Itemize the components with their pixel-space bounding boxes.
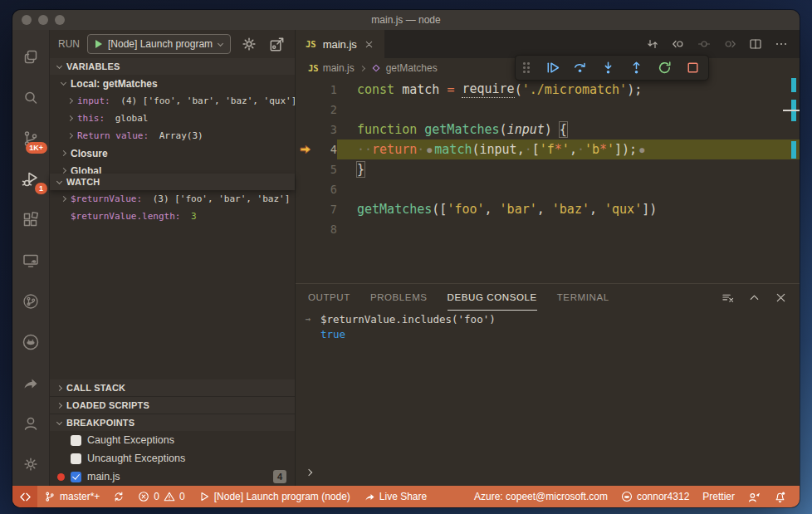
clear-console-icon[interactable] <box>722 291 734 304</box>
step-over-button[interactable] <box>572 60 588 76</box>
activity-source-control[interactable]: 1K+ <box>12 118 50 159</box>
activity-settings[interactable] <box>12 443 50 484</box>
start-debug-icon[interactable] <box>95 40 102 48</box>
step-out-button[interactable] <box>629 60 644 76</box>
chevron-right-icon[interactable] <box>61 196 66 202</box>
configure-launch-gear-icon[interactable] <box>240 35 258 53</box>
breakpoint-checkbox[interactable] <box>71 435 81 446</box>
breadcrumb-symbol[interactable]: getMatches <box>370 62 438 74</box>
tree-row[interactable]: $returnValue.length: 3 <box>50 208 295 225</box>
navigate-current-icon[interactable] <box>697 37 711 51</box>
code-line[interactable]: 8 <box>296 219 800 239</box>
status-problems[interactable]: 00 <box>131 486 191 507</box>
activity-live-share[interactable] <box>12 281 50 321</box>
tree-row[interactable]: input: (4) ['foo', 'bar', 'baz', 'qux'] <box>50 92 295 110</box>
close-tab-icon[interactable] <box>364 39 374 50</box>
activity-search[interactable] <box>12 77 50 118</box>
activity-extensions[interactable] <box>12 199 50 240</box>
code-line-content[interactable]: const match = require('./micromatch'); <box>337 80 800 100</box>
code-line[interactable]: 4··return·●match(input,·['f*',·'b*']);● <box>296 140 800 159</box>
overview-ruler[interactable] <box>790 78 800 283</box>
status-azure-account[interactable]: Azure: copeet@microsoft.com <box>467 486 614 507</box>
status-sync[interactable] <box>106 486 131 507</box>
code-line-content[interactable] <box>337 179 800 199</box>
navigate-back-icon[interactable] <box>672 37 685 51</box>
status-prettier[interactable]: Prettier <box>696 486 741 507</box>
launch-config-dropdown[interactable]: [Node] Launch program <box>87 34 231 54</box>
panel-tab-terminal[interactable]: TERMINAL <box>557 284 609 311</box>
code-line[interactable]: 6 <box>296 179 800 199</box>
split-editor-icon[interactable] <box>749 37 762 51</box>
activity-run-and-debug[interactable]: 1 <box>12 159 50 199</box>
remote-indicator[interactable] <box>12 486 37 507</box>
chevron-right-icon[interactable] <box>67 98 73 104</box>
status-feedback[interactable] <box>741 486 767 507</box>
activity-share[interactable] <box>12 362 50 403</box>
breakpoint-row[interactable]: main.js4 <box>50 467 295 486</box>
chevron-right-icon[interactable] <box>61 168 66 174</box>
console-row[interactable]: →$returnValue.includes('foo') <box>296 312 800 326</box>
call-stack-section-header[interactable]: CALL STACK <box>50 379 295 396</box>
code-editor[interactable]: 1const match = require('./micromatch');2… <box>296 78 800 283</box>
code-line[interactable]: 1const match = require('./micromatch'); <box>296 80 800 100</box>
breakpoints-section-header[interactable]: BREAKPOINTS <box>50 414 295 431</box>
code-line-content[interactable]: function getMatches(input) { <box>337 120 800 140</box>
chevron-right-icon[interactable] <box>67 133 73 139</box>
close-panel-icon[interactable] <box>775 291 787 304</box>
breakpoint-checkbox[interactable] <box>71 472 81 482</box>
code-line-content[interactable]: getMatches(['foo', 'bar', 'baz', 'qux']) <box>337 199 800 219</box>
debug-console-output[interactable]: →$returnValue.includes('foo')true <box>296 311 800 486</box>
status-live-share[interactable]: Live Share <box>357 486 433 507</box>
tree-row[interactable]: Closure <box>50 144 295 162</box>
chevron-right-icon[interactable] <box>61 150 66 156</box>
panel-tab-output[interactable]: OUTPUT <box>308 284 350 311</box>
tree-row[interactable]: this: global <box>50 110 295 127</box>
watch-section-header[interactable]: WATCH <box>50 174 295 190</box>
status-notifications[interactable] <box>767 486 793 507</box>
panel-tab-debug-console[interactable]: DEBUG CONSOLE <box>448 284 537 311</box>
scrollbar-position-marker[interactable] <box>783 110 800 111</box>
loaded-scripts-section-header[interactable]: LOADED SCRIPTS <box>50 397 295 414</box>
console-row[interactable]: true <box>296 327 800 340</box>
maximize-panel-icon[interactable] <box>748 291 761 304</box>
title-bar[interactable]: main.js — node <box>12 10 800 30</box>
open-debug-console-icon[interactable] <box>267 35 286 54</box>
activity-accounts[interactable] <box>12 403 50 443</box>
close-window-button[interactable] <box>22 15 32 25</box>
status-debug-launch[interactable]: [Node] Launch program (node) <box>192 486 357 507</box>
drag-handle[interactable] <box>523 62 530 73</box>
code-line-content[interactable] <box>337 100 800 120</box>
breakpoint-row[interactable]: Caught Exceptions <box>50 431 295 449</box>
zoom-window-button[interactable] <box>55 15 65 25</box>
open-changes-icon[interactable] <box>646 37 659 51</box>
continue-button[interactable] <box>544 60 560 76</box>
restart-button[interactable] <box>657 60 673 76</box>
code-line-content[interactable] <box>337 219 800 239</box>
panel-tab-problems[interactable]: PROBLEMS <box>370 284 428 311</box>
code-line[interactable]: 7getMatches(['foo', 'bar', 'baz', 'qux']… <box>296 199 800 219</box>
tree-row[interactable]: $returnValue: (3) ['foo', 'bar', 'baz'] <box>50 190 295 208</box>
minimize-window-button[interactable] <box>38 15 48 25</box>
step-into-button[interactable] <box>600 60 616 76</box>
current-frame-arrow-icon[interactable] <box>296 144 316 154</box>
activity-explorer[interactable] <box>12 37 50 77</box>
activity-github[interactable] <box>12 321 50 362</box>
code-line-content[interactable]: } <box>337 159 800 179</box>
status-github-account[interactable]: connor4312 <box>614 486 696 507</box>
chevron-right-icon[interactable] <box>67 115 73 121</box>
code-line-content[interactable]: ··return·●match(input,·['f*',·'b*']);● <box>337 140 800 159</box>
tree-row[interactable]: Global <box>50 162 295 174</box>
chevron-down-icon[interactable] <box>61 80 66 86</box>
more-actions-icon[interactable] <box>775 37 788 51</box>
code-line[interactable]: 3function getMatches(input) { <box>296 120 800 140</box>
breakpoint-checkbox[interactable] <box>71 453 81 464</box>
tree-row[interactable]: Local: getMatches <box>50 75 295 92</box>
tab-main-js[interactable]: JS main.js <box>296 30 384 58</box>
code-line[interactable]: 5} <box>296 159 800 179</box>
status-branch[interactable]: master*+ <box>37 486 106 507</box>
tree-row[interactable]: Return value: Array(3) <box>50 127 295 144</box>
navigate-forward-icon[interactable] <box>723 37 736 51</box>
activity-remote-explorer[interactable] <box>12 240 50 281</box>
code-line[interactable]: 2 <box>296 100 800 120</box>
breadcrumb-file[interactable]: JS main.js <box>308 62 355 74</box>
